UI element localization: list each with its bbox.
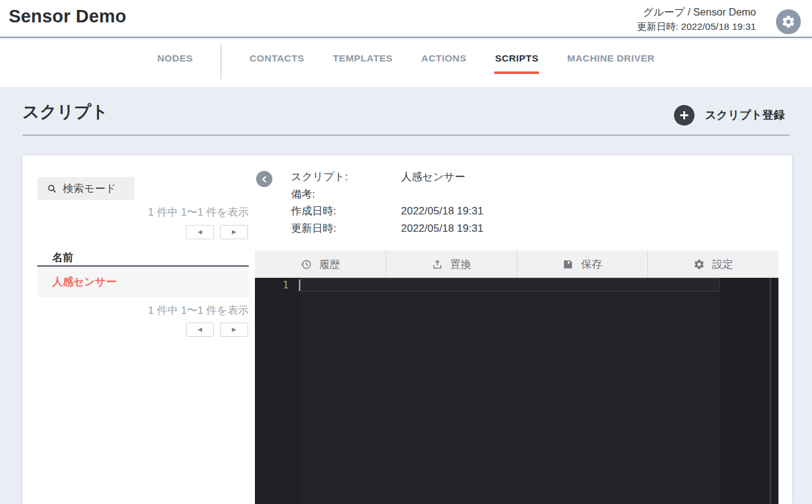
pager-top: ◀ ▶: [186, 225, 248, 239]
history-icon: [300, 259, 312, 270]
back-button[interactable]: [256, 171, 272, 187]
next-arrow-icon: ▶: [232, 229, 236, 235]
prev-arrow-icon: ◀: [198, 327, 202, 332]
save-icon: [562, 259, 574, 270]
field-label: 更新日時:: [291, 220, 401, 237]
field-value: [401, 186, 483, 203]
replace-button[interactable]: 置換: [385, 250, 517, 278]
main-nav: NODES CONTACTS TEMPLATES ACTIONS SCRIPTS…: [0, 39, 812, 87]
breadcrumb: グループ / Sensor Demo: [637, 5, 756, 19]
settings-button[interactable]: 設定: [647, 250, 778, 278]
editor-gutter: 1: [255, 278, 298, 504]
editor-right-margin-area: [720, 278, 778, 504]
tab-actions[interactable]: ACTIONS: [421, 53, 468, 74]
register-script-label: スクリプト登録: [705, 108, 785, 122]
next-page-button[interactable]: ▶: [220, 323, 248, 337]
content-panel: 検索モード 1 件中 1〜1 件を表示 ◀ ▶ 名前 人感センサー 1 件中 1…: [22, 155, 792, 504]
search-mode-label: 検索モード: [63, 181, 116, 196]
app-title: Sensor Demo: [9, 6, 126, 27]
page-title: スクリプト: [22, 101, 108, 123]
nav-divider: [221, 44, 221, 79]
tab-machine-driver[interactable]: MACHINE DRIVER: [566, 53, 655, 74]
save-label: 保存: [581, 257, 602, 272]
save-button[interactable]: 保存: [517, 250, 648, 278]
editor-toolbar: 履歴 置換 保存 設定: [255, 250, 778, 278]
settings-label: 設定: [712, 257, 733, 272]
search-icon: [47, 183, 57, 194]
field-value: 人感センサー: [401, 168, 483, 186]
app-root: { "header": { "app_title": "Sensor Demo"…: [0, 0, 812, 504]
tab-templates[interactable]: TEMPLATES: [332, 53, 393, 74]
result-summary-top: 1 件中 1〜1 件を表示: [37, 205, 249, 219]
field-value: 2022/05/18 19:31: [401, 220, 483, 237]
field-label: 備考:: [291, 186, 401, 203]
field-label: スクリプト:: [291, 168, 401, 186]
group-settings-button[interactable]: [776, 9, 801, 34]
chevron-left-icon: [260, 175, 269, 184]
search-mode-button[interactable]: 検索モード: [37, 177, 134, 200]
gear-icon: [693, 259, 705, 270]
tab-nodes[interactable]: NODES: [157, 53, 193, 74]
prev-page-button[interactable]: ◀: [186, 225, 214, 239]
script-editor: 履歴 置換 保存 設定 1: [255, 250, 778, 504]
next-arrow-icon: ▶: [232, 327, 236, 332]
script-detail-fields: スクリプト: 人感センサー 備考: 作成日時: 2022/05/18 19:31…: [291, 168, 483, 237]
tab-scripts[interactable]: SCRIPTS: [494, 53, 539, 74]
editor-content[interactable]: [298, 278, 720, 504]
upload-icon: [431, 259, 443, 270]
pager-bottom: ◀ ▶: [186, 323, 248, 337]
replace-label: 置換: [450, 257, 471, 272]
name-column-header: 名前: [52, 250, 73, 265]
page-divider: [22, 135, 790, 135]
result-summary-bottom: 1 件中 1〜1 件を表示: [37, 303, 249, 318]
history-label: 履歴: [319, 257, 340, 272]
script-list-item[interactable]: 人感センサー: [37, 267, 249, 297]
next-page-button[interactable]: ▶: [220, 225, 248, 239]
field-label: 作成日時:: [291, 203, 401, 220]
code-editor[interactable]: 1: [255, 278, 778, 504]
history-button[interactable]: 履歴: [255, 250, 385, 278]
register-script-button[interactable]: スクリプト登録: [674, 104, 785, 126]
gear-icon: [781, 14, 796, 29]
updated-timestamp: 更新日時: 2022/05/18 19:31: [637, 19, 756, 34]
tab-contacts[interactable]: CONTACTS: [249, 53, 305, 74]
line-number: 1: [255, 279, 288, 292]
print-margin-line: [770, 278, 771, 504]
prev-page-button[interactable]: ◀: [186, 323, 214, 337]
field-value: 2022/05/18 19:31: [401, 203, 483, 220]
app-header: Sensor Demo グループ / Sensor Demo 更新日時: 202…: [0, 0, 812, 38]
plus-icon: [674, 105, 694, 126]
prev-arrow-icon: ◀: [198, 229, 202, 235]
header-meta: グループ / Sensor Demo 更新日時: 2022/05/18 19:3…: [637, 5, 756, 34]
